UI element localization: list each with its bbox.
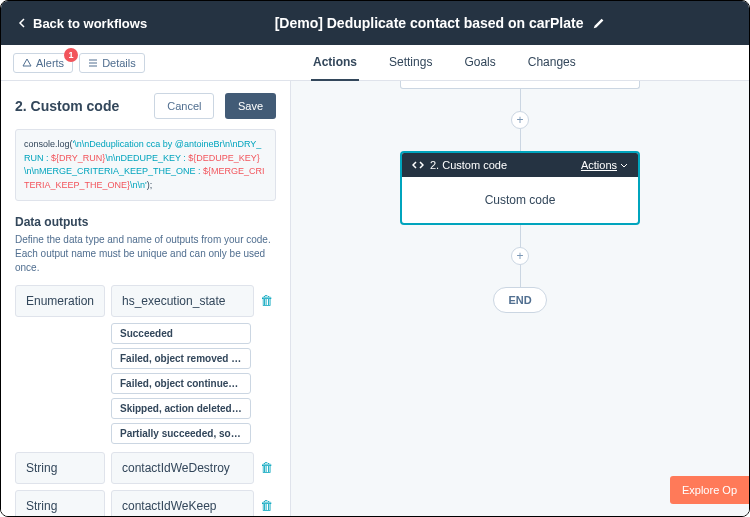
add-step-button[interactable]: + [511, 111, 529, 129]
node-title: 2. Custom code [430, 159, 507, 171]
enum-value[interactable]: Failed, object removed f... [111, 348, 251, 369]
enum-value[interactable]: Succeeded [111, 323, 251, 344]
list-icon [88, 58, 98, 68]
workflow-node[interactable]: 2. Custom code Actions Custom code [400, 151, 640, 225]
node-actions-menu[interactable]: Actions [581, 159, 628, 171]
cancel-button[interactable]: Cancel [154, 93, 214, 119]
back-link[interactable]: Back to workflows [17, 16, 147, 31]
alert-icon [22, 58, 32, 68]
enum-value[interactable]: Skipped, action deleted ... [111, 398, 251, 419]
output-name[interactable]: contactIdWeKeep [111, 490, 254, 516]
tab-settings[interactable]: Settings [387, 45, 434, 81]
workflow-title: [Demo] Deduplicate contact based on carP… [275, 15, 584, 31]
sub-toolbar: Alerts 1 Details Actions Settings Goals … [1, 45, 749, 81]
explore-button[interactable]: Explore Op [670, 476, 749, 504]
enum-value[interactable]: Failed, object continued ... [111, 373, 251, 394]
output-name[interactable]: contactIdWeDestroy [111, 452, 254, 484]
alerts-button[interactable]: Alerts 1 [13, 53, 73, 73]
nav-tabs: Actions Settings Goals Changes [291, 45, 749, 80]
outputs-desc: Define the data type and name of outputs… [15, 233, 276, 275]
side-panel: 2. Custom code Cancel Save console.log('… [1, 81, 291, 516]
tab-changes[interactable]: Changes [526, 45, 578, 81]
output-type[interactable]: Enumeration [15, 285, 105, 317]
previous-node-stub [400, 81, 640, 89]
app-header: Back to workflows [Demo] Deduplicate con… [1, 1, 749, 45]
outputs-title: Data outputs [15, 215, 276, 229]
code-snippet[interactable]: console.log('\n\nDeduplication cca by @a… [15, 129, 276, 201]
save-button[interactable]: Save [225, 93, 276, 119]
end-node: END [493, 287, 546, 313]
node-body: Custom code [402, 177, 638, 223]
chevron-left-icon [17, 18, 27, 28]
add-step-button[interactable]: + [511, 247, 529, 265]
panel-title: 2. Custom code [15, 98, 119, 114]
pencil-icon[interactable] [592, 16, 606, 30]
output-name[interactable]: hs_execution_state [111, 285, 254, 317]
output-row: String contactIdWeKeep 🗑 [15, 490, 276, 516]
delete-icon[interactable]: 🗑 [260, 460, 276, 475]
delete-icon[interactable]: 🗑 [260, 293, 276, 308]
alerts-badge: 1 [64, 48, 78, 62]
output-row: Enumeration hs_execution_state 🗑 [15, 285, 276, 317]
enum-values: Succeeded Failed, object removed f... Fa… [111, 323, 276, 444]
code-icon [412, 159, 424, 171]
details-button[interactable]: Details [79, 53, 145, 73]
tab-goals[interactable]: Goals [462, 45, 497, 81]
output-type[interactable]: String [15, 452, 105, 484]
chevron-down-icon [620, 163, 628, 168]
delete-icon[interactable]: 🗑 [260, 498, 276, 513]
back-label: Back to workflows [33, 16, 147, 31]
enum-value[interactable]: Partially succeeded, som... [111, 423, 251, 444]
output-type[interactable]: String [15, 490, 105, 516]
workflow-canvas[interactable]: + 2. Custom code Actions Custom code + [291, 81, 749, 516]
output-row: String contactIdWeDestroy 🗑 [15, 452, 276, 484]
tab-actions[interactable]: Actions [311, 45, 359, 81]
